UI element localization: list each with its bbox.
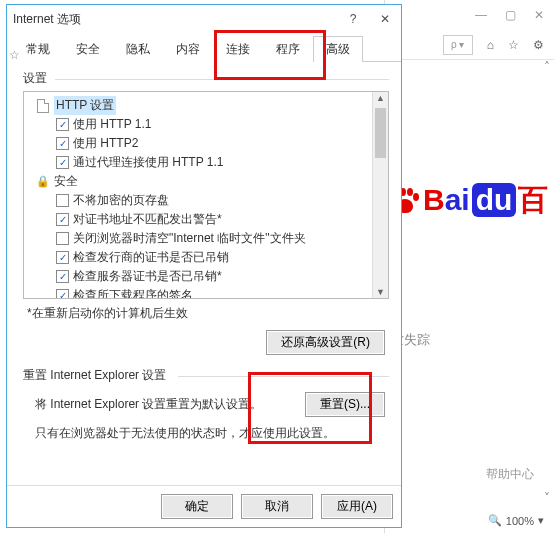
tree-label: 安全 bbox=[54, 172, 78, 191]
dialog-body: 设置 HTTP 设置 使用 HTTP 1.1 使用 HTTP2 通过代理连接使用… bbox=[7, 62, 401, 485]
tree-item-check-server[interactable]: 检查服务器证书是否已吊销* bbox=[30, 267, 366, 286]
reset-button[interactable]: 重置(S)... bbox=[305, 392, 385, 417]
background-browser: — ▢ ✕ ρ ▾ ⌂ ☆ ⚙ ˄ Baidu百 亡失踪 帮助中心 ˅ 🔍 10… bbox=[384, 0, 554, 533]
bg-window-controls: — ▢ ✕ bbox=[385, 0, 554, 30]
checkbox-icon[interactable] bbox=[56, 194, 69, 207]
zoom-arrow-icon: ▾ bbox=[538, 514, 544, 527]
scroll-down-arrow-icon[interactable]: ▼ bbox=[373, 287, 388, 297]
tree-item-http11[interactable]: 使用 HTTP 1.1 bbox=[30, 115, 366, 134]
scroll-down-icon[interactable]: ˅ bbox=[544, 491, 550, 505]
reset-info: 只有在浏览器处于无法使用的状态时，才应使用此设置。 bbox=[35, 425, 385, 442]
checkbox-checked-icon[interactable] bbox=[56, 137, 69, 150]
tree-item-no-cache[interactable]: 不将加密的页存盘 bbox=[30, 191, 366, 210]
tab-advanced[interactable]: 高级 bbox=[313, 36, 363, 62]
tree-http-category[interactable]: HTTP 设置 bbox=[30, 96, 366, 115]
tree-item-proxy-http11[interactable]: 通过代理连接使用 HTTP 1.1 bbox=[30, 153, 366, 172]
cancel-button[interactable]: 取消 bbox=[241, 494, 313, 519]
apply-button[interactable]: 应用(A) bbox=[321, 494, 393, 519]
tree-item-check-signature[interactable]: 检查所下载程序的签名 bbox=[30, 286, 366, 298]
tab-strip: 常规 安全 隐私 内容 连接 程序 高级 bbox=[7, 35, 401, 62]
checkbox-icon[interactable] bbox=[56, 232, 69, 245]
checkbox-checked-icon[interactable] bbox=[56, 289, 69, 298]
restore-advanced-button[interactable]: 还原高级设置(R) bbox=[266, 330, 385, 355]
reset-description: 将 Internet Explorer 设置重置为默认设置。 bbox=[35, 396, 262, 413]
checkbox-checked-icon[interactable] bbox=[56, 156, 69, 169]
ok-button[interactable]: 确定 bbox=[161, 494, 233, 519]
baidu-b: B bbox=[423, 183, 445, 216]
dialog-close-button[interactable]: ✕ bbox=[375, 12, 395, 26]
dialog-titlebar: Internet 选项 ? ✕ bbox=[7, 5, 401, 33]
zoom-control[interactable]: 🔍 100% ▾ bbox=[488, 514, 544, 527]
scroll-up-arrow-icon[interactable]: ▲ bbox=[373, 93, 388, 103]
help-center-link[interactable]: 帮助中心 bbox=[486, 466, 534, 483]
tab-privacy[interactable]: 隐私 bbox=[113, 36, 163, 62]
tree-scrollbar[interactable]: ▲ ▼ bbox=[372, 92, 388, 298]
settings-tree-box: HTTP 设置 使用 HTTP 1.1 使用 HTTP2 通过代理连接使用 HT… bbox=[23, 91, 389, 299]
checkbox-checked-icon[interactable] bbox=[56, 270, 69, 283]
dialog-button-row: 确定 取消 应用(A) bbox=[7, 485, 401, 527]
checkbox-checked-icon[interactable] bbox=[56, 118, 69, 131]
tree-label: HTTP 设置 bbox=[54, 96, 116, 115]
tools-gear-icon[interactable]: ⚙ bbox=[533, 38, 544, 52]
tab-programs[interactable]: 程序 bbox=[263, 36, 313, 62]
tree-item-clear-temp[interactable]: 关闭浏览器时清空"Internet 临时文件"文件夹 bbox=[30, 229, 366, 248]
zoom-icon: 🔍 bbox=[488, 514, 502, 527]
tab-security[interactable]: 安全 bbox=[63, 36, 113, 62]
home-icon[interactable]: ⌂ bbox=[487, 38, 494, 52]
tree-security-category[interactable]: 🔒 安全 bbox=[30, 172, 366, 191]
bg-toolbar: ρ ▾ ⌂ ☆ ⚙ bbox=[385, 30, 554, 60]
reset-group-label: 重置 Internet Explorer 设置 bbox=[23, 367, 389, 384]
tree-item-check-publisher[interactable]: 检查发行商的证书是否已吊销 bbox=[30, 248, 366, 267]
search-dropdown[interactable]: ρ ▾ bbox=[443, 35, 473, 55]
baidu-logo: Baidu百 bbox=[385, 180, 554, 221]
minimize-button[interactable]: — bbox=[475, 8, 487, 22]
scroll-up-icon[interactable]: ˄ bbox=[544, 60, 550, 74]
settings-tree[interactable]: HTTP 设置 使用 HTTP 1.1 使用 HTTP2 通过代理连接使用 HT… bbox=[24, 92, 372, 298]
close-button[interactable]: ✕ bbox=[534, 8, 544, 22]
baidu-tail: 百 bbox=[518, 183, 548, 216]
internet-options-dialog: Internet 选项 ? ✕ ☆ 常规 安全 隐私 内容 连接 程序 高级 设… bbox=[6, 4, 402, 528]
tree-item-cert-mismatch[interactable]: 对证书地址不匹配发出警告* bbox=[30, 210, 366, 229]
checkbox-checked-icon[interactable] bbox=[56, 251, 69, 264]
baidu-ai: ai bbox=[445, 183, 470, 216]
favorites-icon[interactable]: ☆ bbox=[508, 38, 519, 52]
document-icon bbox=[36, 99, 50, 113]
tab-content[interactable]: 内容 bbox=[163, 36, 213, 62]
restore-button[interactable]: ▢ bbox=[505, 8, 516, 22]
tab-connections[interactable]: 连接 bbox=[213, 36, 263, 62]
restart-note: *在重新启动你的计算机后生效 bbox=[27, 305, 389, 322]
dialog-title: Internet 选项 bbox=[13, 11, 81, 28]
dialog-help-button[interactable]: ? bbox=[343, 12, 363, 26]
clipped-star-icon: ☆ bbox=[7, 35, 21, 75]
tree-item-http2[interactable]: 使用 HTTP2 bbox=[30, 134, 366, 153]
bg-partial-text: 亡失踪 bbox=[385, 331, 554, 349]
lock-icon: 🔒 bbox=[36, 175, 50, 189]
zoom-value: 100% bbox=[506, 515, 534, 527]
scrollbar-thumb[interactable] bbox=[375, 108, 386, 158]
baidu-du: du bbox=[472, 183, 517, 217]
settings-group-label: 设置 bbox=[23, 70, 389, 87]
checkbox-checked-icon[interactable] bbox=[56, 213, 69, 226]
